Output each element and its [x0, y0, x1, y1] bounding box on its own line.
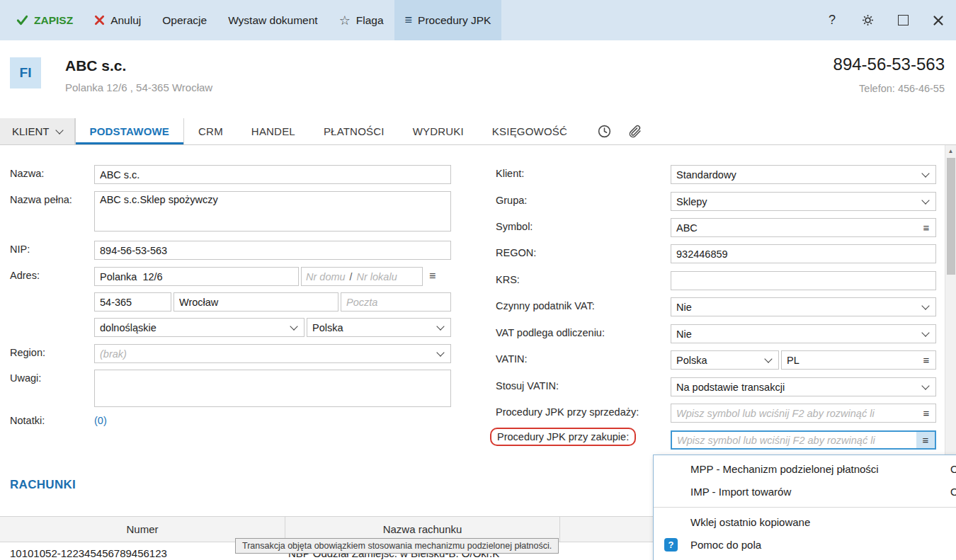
flag-button[interactable]: ☆ Flaga [329, 0, 394, 40]
x-mark-icon [94, 15, 105, 25]
uwagi-label: Uwagi: [10, 372, 41, 384]
grupa-value: Sklepy [676, 196, 707, 207]
vatin-country-value: Polska [676, 355, 707, 366]
uwagi-textarea[interactable] [94, 370, 451, 407]
field-help-item[interactable]: ? Pomoc do pola [654, 533, 956, 556]
post-office-input[interactable] [341, 293, 450, 311]
paste-recent-label: Wklej ostatnio kopiowane [690, 516, 810, 528]
regon-field[interactable] [671, 244, 936, 263]
region-select[interactable]: (brak) [94, 344, 451, 363]
help-icon: ? [829, 13, 836, 28]
street-input[interactable] [95, 268, 298, 285]
field-help-icon: ? [664, 538, 678, 552]
chevron-down-icon [436, 348, 444, 356]
context-selector-klient[interactable]: KLIENT [0, 118, 75, 144]
region-value: (brak) [100, 348, 127, 360]
address-menu-icon[interactable]: ≡ [429, 270, 436, 282]
post-office-field[interactable] [341, 292, 451, 312]
chevron-down-icon [55, 126, 63, 134]
vatin-label: VATIN: [496, 353, 528, 365]
country-select[interactable]: Polska [307, 318, 451, 337]
jpk-sprzedaz-menu-icon[interactable]: ≡ [917, 404, 935, 422]
symbol-label: Symbol: [496, 221, 533, 232]
maximize-button[interactable] [885, 0, 921, 40]
operations-button[interactable]: Operacje [152, 0, 217, 40]
nazwa-input[interactable] [95, 166, 450, 183]
imp-clipped-text: O [950, 486, 956, 498]
maximize-icon [898, 15, 909, 25]
jpk-options-popup: MPP - Mechanizm podzielonej płatności O … [653, 455, 956, 560]
tab-podstawowe[interactable]: PODSTAWOWE [75, 118, 185, 144]
nip-input[interactable] [95, 241, 450, 259]
settings-button[interactable] [850, 0, 885, 40]
jpk-sprzedaz-label: Procedury JPK przy sprzedaży: [496, 406, 639, 418]
voivodeship-select[interactable]: dolnośląskie [94, 318, 305, 337]
tab-platnosci[interactable]: PŁATNOŚCI [309, 118, 399, 144]
notatki-count-link[interactable]: (0) [94, 415, 107, 426]
klient-select[interactable]: Standardowy [671, 165, 936, 184]
popup-option-mpp[interactable]: MPP - Mechanizm podzielonej płatności O [654, 457, 956, 480]
issue-document-button[interactable]: Wystaw dokument [217, 0, 329, 40]
entity-phone: Telefon: 456-46-55 [859, 83, 945, 94]
postal-code-input[interactable] [95, 293, 171, 311]
nazwa-field[interactable] [94, 165, 451, 184]
tab-handel[interactable]: HANDEL [237, 118, 309, 144]
jpk-procedures-button[interactable]: ≡ Procedury JPK [394, 0, 502, 40]
vatin-menu-icon[interactable]: ≡ [917, 351, 935, 369]
account-number-cell[interactable]: 10101052-122345456789456123 [10, 547, 167, 559]
chevron-down-icon [921, 328, 929, 336]
krs-field[interactable] [671, 271, 936, 290]
stosuj-vatin-select[interactable]: Na podstawie transakcji [671, 377, 936, 396]
history-button[interactable] [597, 118, 612, 144]
grupa-label: Grupa: [496, 195, 527, 206]
street-field[interactable] [94, 267, 299, 286]
jpk-sprzedaz-input[interactable] [671, 404, 917, 422]
popup-option-imp[interactable]: IMP - Import towarów O [654, 480, 956, 503]
help-button[interactable]: ? [814, 0, 850, 40]
vatin-code-input[interactable] [782, 351, 917, 369]
symbol-menu-icon[interactable]: ≡ [917, 219, 935, 236]
jpk-sprzedaz-field[interactable]: ≡ [671, 404, 936, 423]
city-field[interactable] [173, 292, 338, 312]
postal-code-field[interactable] [94, 292, 171, 312]
jpk-zakup-menu-icon[interactable]: ≡ [916, 432, 935, 448]
vatin-code-field[interactable]: ≡ [781, 350, 936, 370]
save-label: ZAPISZ [34, 14, 73, 27]
attachments-button[interactable] [627, 118, 642, 144]
scroll-up-arrow[interactable]: ▲ [945, 145, 956, 156]
klient-label: Klient: [496, 168, 524, 179]
flag-label: Flaga [356, 14, 384, 27]
paste-recent-item[interactable]: Wklej ostatnio kopiowane [654, 510, 956, 533]
tab-crm[interactable]: CRM [184, 118, 237, 144]
jpk-zakup-field[interactable]: ≡ [671, 430, 936, 450]
vat-odliczenie-select[interactable]: Nie [671, 324, 936, 343]
czynny-vat-label: Czynny podatnik VAT: [496, 300, 595, 312]
cancel-button[interactable]: Anuluj [84, 0, 152, 40]
house-number-placeholder[interactable]: Nr domu [302, 271, 350, 282]
czynny-vat-select[interactable]: Nie [671, 297, 936, 316]
flat-number-placeholder[interactable]: Nr lokalu [353, 271, 402, 282]
nip-field[interactable] [94, 241, 451, 260]
chevron-down-icon [921, 196, 929, 204]
tab-wydruki[interactable]: WYDRUKI [399, 118, 478, 144]
regon-input[interactable] [671, 245, 935, 263]
krs-input[interactable] [671, 272, 935, 290]
city-input[interactable] [174, 293, 338, 311]
imp-option-label: IMP - Import towarów [690, 486, 791, 498]
symbol-input[interactable] [671, 219, 917, 236]
entity-address: Polanka 12/6 , 54-365 Wrocław [65, 81, 212, 93]
tab-bar: KLIENT PODSTAWOWE CRM HANDEL PŁATNOŚCI W… [0, 118, 956, 145]
close-button[interactable] [921, 0, 956, 40]
adres-label: Adres: [10, 270, 40, 281]
house-flat-field[interactable]: Nr domu / Nr lokalu [301, 267, 423, 286]
nazwa-pelna-textarea[interactable]: ABC s.c.Sklep spożywczy [94, 191, 451, 232]
vatin-country-select[interactable]: Polska [671, 350, 779, 370]
jpk-zakup-input[interactable] [672, 432, 916, 448]
scrollbar-thumb[interactable] [947, 158, 955, 275]
symbol-field[interactable]: ≡ [671, 218, 936, 237]
tab-ksiegowosc[interactable]: KSIĘGOWOŚĆ [478, 118, 581, 144]
voivodeship-value: dolnośląskie [100, 322, 157, 333]
save-button[interactable]: ZAPISZ [6, 0, 84, 40]
grupa-select[interactable]: Sklepy [671, 192, 936, 211]
vat-odliczenie-label: VAT podlega odliczeniu: [496, 327, 605, 338]
